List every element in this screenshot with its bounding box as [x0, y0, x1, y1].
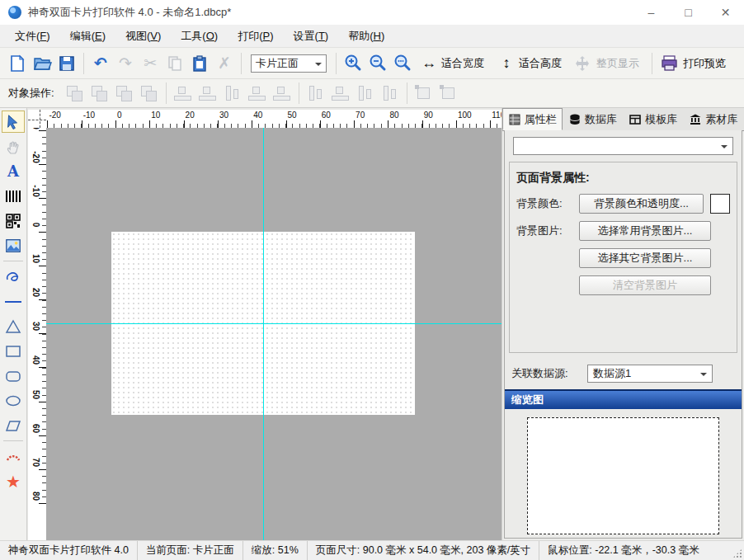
page-selector[interactable]: 卡片正面 — [251, 54, 327, 73]
ruler-label: 60 — [322, 111, 331, 120]
status-segment: 当前页面: 卡片正面 — [138, 541, 243, 560]
material-library-bank-icon — [690, 114, 701, 125]
vertical-ruler: -30-20-1001020304050607080 — [28, 128, 46, 540]
curve-tool[interactable] — [2, 266, 25, 288]
application-window: 神奇双面卡片打印软件 4.0 - 未命名1.dbcp* – □ ✕ 文件(F)编… — [0, 0, 744, 560]
print-preview-label[interactable]: 打印预览 — [683, 56, 726, 71]
ruler-label: 60 — [31, 419, 40, 437]
redo-button: ↷ — [113, 51, 138, 76]
tool-palette: A — [0, 108, 27, 540]
fit-height-label[interactable]: 适合高度 — [519, 56, 562, 71]
tab-properties[interactable]: 属性栏 — [502, 108, 563, 130]
ruler-label: -10 — [83, 111, 95, 120]
full-page-label: 整页显示 — [596, 56, 639, 71]
ruler-label: -20 — [31, 148, 40, 166]
same-height-icon — [330, 83, 351, 103]
text-tool-icon: A — [7, 164, 19, 179]
toolbar-separator — [336, 53, 337, 74]
design-canvas[interactable] — [46, 128, 501, 540]
cut-button: ✂ — [138, 51, 162, 76]
save-button[interactable] — [54, 51, 79, 76]
qrcode-icon — [6, 214, 21, 228]
menu-item[interactable]: 视图(V) — [115, 26, 171, 47]
ruler-tick — [456, 120, 457, 128]
delete-icon: ✗ — [218, 55, 231, 71]
ruler-label: 50 — [288, 111, 297, 120]
datasource-selector[interactable]: 数据源1 — [587, 365, 713, 383]
zoom-in-icon — [344, 54, 363, 73]
ruler-label: 70 — [356, 111, 365, 120]
paste-button[interactable] — [187, 51, 212, 76]
background-color-row: 背景颜色: 背景颜色和透明度... — [516, 194, 730, 214]
template-icon — [629, 114, 641, 125]
fit-width-label[interactable]: 适合宽度 — [441, 56, 484, 71]
undo-button[interactable]: ↶ — [88, 51, 113, 76]
qrcode-tool[interactable] — [2, 209, 25, 232]
triangle-tool[interactable] — [2, 315, 25, 337]
star-tool[interactable]: ★ — [2, 470, 25, 492]
maximize-button[interactable]: □ — [670, 0, 707, 25]
select-tool[interactable] — [2, 111, 25, 133]
ruler-tick — [388, 120, 388, 128]
status-segment: 页面尺寸: 90.0 毫米 x 54.0 毫米, 203 像素/英寸 — [308, 541, 540, 560]
align-top-icon — [222, 83, 243, 103]
ruler-label: 20 — [186, 111, 195, 120]
datasource-row: 关联数据源: 数据源1 — [511, 365, 735, 383]
object-toolbar-label: 对象操作: — [8, 86, 54, 101]
rounded-rectangle-tool[interactable] — [2, 365, 25, 387]
select-other-bg-button[interactable]: 选择其它背景图片... — [579, 248, 711, 268]
ruler-tick — [354, 120, 355, 128]
print-preview-button[interactable] — [657, 51, 681, 76]
ellipse-tool[interactable] — [2, 389, 25, 412]
save-icon — [58, 54, 76, 73]
thumbnail-preview — [527, 417, 719, 534]
fit-width-button[interactable]: ↔ — [415, 51, 440, 76]
zoom-in-button[interactable] — [341, 51, 365, 76]
tab-database[interactable]: 数据库 — [563, 108, 623, 130]
menu-item[interactable]: 工具(O) — [171, 26, 228, 47]
ruler-label: 0 — [31, 216, 40, 234]
tab-label: 模板库 — [645, 112, 677, 127]
text-tool[interactable]: A — [2, 160, 25, 182]
fit-height-button[interactable]: ↕ — [492, 51, 517, 76]
distribute-icon — [379, 83, 401, 103]
rectangle-tool[interactable] — [2, 340, 25, 362]
ruler-label: 50 — [31, 385, 40, 403]
menu-item[interactable]: 帮助(H) — [338, 26, 394, 47]
new-file-button[interactable] — [5, 51, 30, 76]
zoom-out-button[interactable] — [365, 51, 390, 76]
ruler-tick — [115, 120, 116, 128]
object-selector[interactable] — [513, 137, 733, 155]
align-center-horizontal-icon — [197, 83, 219, 103]
background-color-button[interactable]: 背景颜色和透明度... — [579, 194, 704, 214]
line-tool[interactable] — [2, 290, 25, 313]
status-bar: 神奇双面卡片打印软件 4.0当前页面: 卡片正面缩放: 51%页面尺寸: 90.… — [0, 540, 744, 560]
ruler-tick — [490, 120, 491, 128]
menu-item[interactable]: 打印(P) — [228, 26, 283, 47]
stamp-tool[interactable] — [2, 445, 25, 468]
parallelogram-tool[interactable] — [2, 414, 25, 436]
select-common-bg-button[interactable]: 选择常用背景图片... — [579, 221, 711, 241]
horizontal-ruler: -20-100102030405060708090100110 — [46, 110, 501, 128]
menu-item[interactable]: 编辑(E) — [60, 26, 115, 47]
menu-item[interactable]: 设置(T) — [284, 26, 339, 47]
minimize-button[interactable]: – — [633, 0, 670, 25]
tab-label: 属性栏 — [525, 112, 557, 127]
open-folder-icon — [33, 54, 52, 73]
tab-materials[interactable]: 素材库 — [684, 108, 744, 130]
close-button[interactable]: ✕ — [707, 0, 744, 25]
database-icon — [569, 114, 581, 125]
ruler-label: 10 — [151, 111, 160, 120]
bg-color-swatch[interactable] — [710, 194, 730, 214]
menu-item[interactable]: 文件(F) — [5, 26, 60, 47]
toolbar-separator — [166, 82, 167, 104]
zoom-actual-size-button[interactable] — [390, 51, 415, 76]
open-file-button[interactable] — [30, 51, 54, 76]
tab-templates[interactable]: 模板库 — [624, 108, 684, 130]
thumbnail-header: 缩览图 — [505, 389, 742, 409]
toolbar-separator — [652, 53, 652, 74]
ruler-label: 30 — [31, 318, 40, 336]
zoom-actual-size-icon — [393, 54, 412, 73]
image-tool[interactable] — [2, 234, 25, 256]
barcode-tool[interactable] — [2, 185, 25, 207]
